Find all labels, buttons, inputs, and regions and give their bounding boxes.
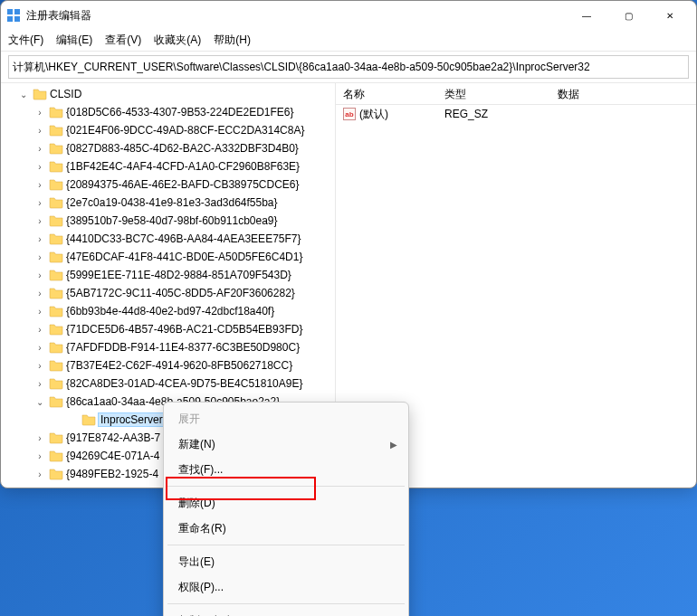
menubar: 文件(F) 编辑(E) 查看(V) 收藏夹(A) 帮助(H): [1, 30, 696, 52]
tree-node[interactable]: ›{47E6DCAF-41F8-441C-BD0E-A50D5FE6C4D1}: [1, 248, 335, 266]
menu-help[interactable]: 帮助(H): [214, 33, 251, 48]
tree-twisty-icon[interactable]: ›: [33, 108, 46, 118]
cell-name: ab(默认): [336, 107, 437, 122]
menu-separator: [167, 545, 405, 545]
folder-icon: [49, 468, 63, 480]
tree-node[interactable]: ›{389510b7-9e58-40d7-98bf-60b911cb0ea9}: [1, 212, 335, 230]
tree-twisty-icon[interactable]: ›: [33, 343, 46, 353]
tree-node-label: {9489FEB2-1925-4: [66, 468, 158, 480]
folder-icon: [49, 160, 63, 173]
ctx-copy-key-name[interactable]: 复制项名称(C): [164, 608, 408, 616]
window-title: 注册表编辑器: [26, 8, 566, 24]
folder-icon: [49, 431, 63, 444]
tree-twisty-icon[interactable]: ›: [33, 289, 46, 299]
tree-twisty-icon[interactable]: ›: [33, 469, 46, 479]
tree-node[interactable]: ›{7B37E4E2-C62F-4914-9620-8FB5062718CC}: [1, 356, 335, 374]
folder-icon: [49, 214, 63, 227]
cell-type: REG_SZ: [437, 108, 550, 120]
tree-node[interactable]: ›{2e7c0a19-0438-41e9-81e3-3ad3d64f55ba}: [1, 194, 335, 212]
tree-twisty-icon[interactable]: ›: [33, 126, 46, 136]
tree-node[interactable]: ›{018D5C66-4533-4307-9B53-224DE2ED1FE6}: [1, 103, 335, 121]
column-name[interactable]: 名称: [336, 83, 437, 104]
folder-icon: [49, 106, 63, 118]
tree-twisty-icon[interactable]: ›: [33, 270, 46, 280]
folder-icon: [49, 124, 63, 137]
tree-node-label: CLSID: [50, 88, 81, 100]
tree-node[interactable]: ›{4410DC33-BC7C-496B-AA84-4AEA3EEE75F7}: [1, 230, 335, 248]
address-bar[interactable]: 计算机\HKEY_CURRENT_USER\Software\Classes\C…: [8, 55, 689, 79]
tree-twisty-icon[interactable]: ›: [33, 361, 46, 371]
folder-icon: [49, 178, 63, 191]
tree-twisty-icon[interactable]: ›: [33, 379, 46, 389]
folder-icon: [49, 251, 63, 263]
ctx-export[interactable]: 导出(E): [164, 549, 408, 574]
tree-node[interactable]: ›{5999E1EE-711E-48D2-9884-851A709F543D}: [1, 266, 335, 284]
menu-view[interactable]: 查看(V): [105, 33, 141, 48]
tree-node[interactable]: ›{7AFDFDDB-F914-11E4-8377-6C3BE50D980C}: [1, 338, 335, 356]
ctx-new[interactable]: 新建(N)▶: [164, 431, 408, 457]
close-button[interactable]: ✕: [649, 2, 691, 29]
menu-favorites[interactable]: 收藏夹(A): [154, 33, 201, 48]
menu-file[interactable]: 文件(F): [8, 33, 43, 48]
list-row[interactable]: ab(默认)REG_SZ: [336, 105, 696, 123]
tree-node[interactable]: ›{20894375-46AE-46E2-BAFD-CB38975CDCE6}: [1, 175, 335, 194]
tree-node-label: {018D5C66-4533-4307-9B53-224DE2ED1FE6}: [66, 106, 294, 118]
list-header: 名称 类型 数据: [336, 83, 696, 105]
folder-icon: [49, 341, 63, 354]
tree-twisty-icon[interactable]: ›: [33, 307, 46, 317]
tree-twisty-icon[interactable]: ›: [33, 252, 46, 262]
tree-node-label: {6bb93b4e-44d8-40e2-bd97-42dbcf18a40f}: [66, 305, 274, 317]
tree-twisty-icon[interactable]: ›: [33, 198, 46, 208]
tree-twisty-icon[interactable]: ⌄: [17, 90, 30, 100]
tree-node-label: {1BF42E4C-4AF4-4CFD-A1A0-CF2960B8F63E}: [66, 160, 300, 173]
tree-twisty-icon[interactable]: ›: [33, 325, 46, 335]
tree-node-label: {7B37E4E2-C62F-4914-9620-8FB5062718CC}: [66, 359, 292, 372]
ctx-rename[interactable]: 重命名(R): [164, 516, 408, 541]
tree-node[interactable]: ›{5AB7172C-9C11-405C-8DD5-AF20F3606282}: [1, 284, 335, 302]
tree-node-label: {2e7c0a19-0438-41e9-81e3-3ad3d64f55ba}: [66, 196, 278, 209]
folder-icon: [49, 232, 63, 245]
tree-node[interactable]: ›{6bb93b4e-44d8-40e2-bd97-42dbcf18a40f}: [1, 302, 335, 320]
tree-twisty-icon[interactable]: ›: [33, 451, 46, 461]
ctx-find[interactable]: 查找(F)...: [164, 457, 408, 482]
column-data[interactable]: 数据: [550, 83, 696, 104]
folder-icon: [49, 287, 63, 299]
ctx-permissions[interactable]: 权限(P)...: [164, 574, 408, 600]
tree-node-label: {94269C4E-071A-4: [66, 450, 159, 462]
tree-twisty-icon[interactable]: ›: [33, 234, 46, 244]
titlebar[interactable]: 注册表编辑器 — ▢ ✕: [1, 1, 696, 30]
tree-twisty-icon[interactable]: ›: [33, 144, 46, 154]
folder-icon: [81, 413, 96, 426]
folder-icon: [33, 88, 47, 100]
svg-rect-1: [14, 9, 20, 14]
tree-twisty-icon[interactable]: ›: [33, 180, 46, 190]
tree-node-label: {20894375-46AE-46E2-BAFD-CB38975CDCE6}: [66, 178, 300, 191]
minimize-button[interactable]: —: [566, 2, 607, 29]
svg-rect-0: [7, 9, 13, 14]
tree-node[interactable]: ›{021E4F06-9DCC-49AD-88CF-ECC2DA314C8A}: [1, 121, 335, 139]
tree-node-label: {0827D883-485C-4D62-BA2C-A332DBF3D4B0}: [66, 142, 299, 155]
chevron-right-icon: ▶: [390, 440, 397, 450]
tree-twisty-icon[interactable]: ›: [33, 216, 46, 226]
tree-node[interactable]: ›{82CA8DE3-01AD-4CEA-9D75-BE4C51810A9E}: [1, 374, 335, 393]
address-text: 计算机\HKEY_CURRENT_USER\Software\Classes\C…: [13, 60, 590, 75]
tree-node[interactable]: ›{71DCE5D6-4B57-496B-AC21-CD5B54EB93FD}: [1, 320, 335, 338]
tree-node[interactable]: ›{0827D883-485C-4D62-BA2C-A332DBF3D4B0}: [1, 139, 335, 157]
window-controls: — ▢ ✕: [566, 2, 691, 29]
tree-node-label: {021E4F06-9DCC-49AD-88CF-ECC2DA314C8A}: [66, 124, 304, 137]
menu-separator: [167, 603, 405, 604]
column-type[interactable]: 类型: [437, 83, 550, 104]
tree-twisty-icon[interactable]: ⌄: [33, 397, 46, 407]
tree-node[interactable]: ⌄CLSID: [1, 85, 335, 103]
maximize-button[interactable]: ▢: [607, 2, 649, 29]
tree-twisty-icon[interactable]: ›: [33, 162, 46, 172]
tree-node-label: {71DCE5D6-4B57-496B-AC21-CD5B54EB93FD}: [66, 323, 302, 336]
menu-edit[interactable]: 编辑(E): [56, 33, 92, 48]
folder-icon: [49, 450, 63, 462]
tree-node-label: {917E8742-AA3B-7: [66, 431, 160, 444]
ctx-delete[interactable]: 删除(D): [164, 490, 408, 516]
tree-node[interactable]: ›{1BF42E4C-4AF4-4CFD-A1A0-CF2960B8F63E}: [1, 157, 335, 175]
string-value-icon: ab: [343, 108, 356, 120]
tree-twisty-icon[interactable]: ›: [33, 433, 46, 443]
svg-rect-2: [7, 16, 13, 22]
